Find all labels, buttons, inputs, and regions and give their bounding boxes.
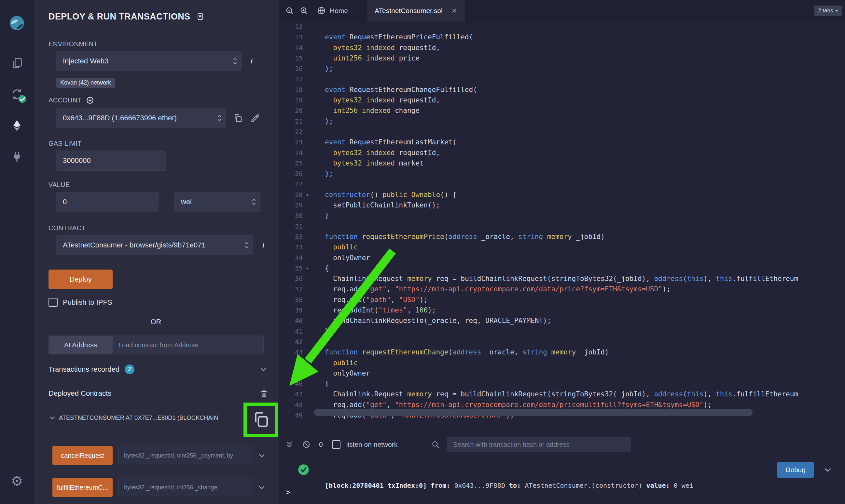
at-address-button[interactable]: At Address	[49, 336, 113, 355]
chevron-down-icon[interactable]	[258, 484, 265, 491]
settings-gear-icon[interactable]: ⚙	[10, 474, 24, 488]
deploy-button[interactable]: Deploy	[49, 270, 113, 289]
line-number: 23	[279, 137, 303, 147]
gas-limit-input[interactable]	[56, 150, 166, 171]
or-divider: OR	[49, 318, 263, 326]
line-number: 26	[279, 168, 303, 179]
chevron-down-icon[interactable]	[824, 466, 832, 474]
chevron-down-icon[interactable]	[49, 415, 56, 421]
contract-method-row: fulfillEthereumC...bytes32 _requestId, i…	[52, 477, 279, 498]
network-badge: Kovan (42) network	[56, 78, 115, 88]
code-line-44: 44 public	[279, 358, 845, 368]
line-number: 21	[279, 116, 303, 126]
code-line-23: 23event RequestEthereumLastMarket(	[279, 137, 845, 147]
horizontal-scrollbar[interactable]	[314, 409, 753, 416]
at-address-input[interactable]	[113, 336, 264, 355]
add-account-plus-icon[interactable]	[86, 96, 94, 104]
code-text: req.add("get", "https://min-api.cryptoco…	[325, 400, 711, 410]
environment-select[interactable]: Injected Web3	[56, 51, 242, 71]
clear-console-icon[interactable]	[302, 440, 311, 449]
zoom-in-icon[interactable]	[299, 6, 309, 15]
chevron-down-icon[interactable]	[259, 365, 267, 373]
method-button-cancelrequest[interactable]: cancelRequest	[52, 446, 113, 465]
compile-success-badge	[19, 95, 26, 103]
account-label: ACCOUNT	[49, 96, 81, 104]
method-button-fulfillethereumc[interactable]: fulfillEthereumC...	[52, 478, 113, 497]
code-text: {	[325, 378, 329, 389]
terminal-search-input[interactable]	[447, 437, 631, 452]
code-text: Chainlink.Request memory req = buildChai…	[325, 273, 798, 284]
environment-value: Injected Web3	[63, 57, 108, 65]
remix-logo-icon[interactable]	[9, 15, 25, 31]
code-line-33: 33 public	[279, 242, 845, 252]
zoom-out-icon[interactable]	[285, 6, 294, 15]
code-line-15: 15 uint256 indexed price	[279, 53, 845, 64]
chevron-down-icon[interactable]	[258, 452, 265, 460]
code-text: onlyOwner	[325, 253, 370, 263]
pending-tx-count: 0	[319, 440, 323, 448]
deployed-contract-header[interactable]: ATESTNETCONSUMER AT 0X7E7...E80D1 (BLOCK…	[49, 413, 241, 423]
solidity-compiler-icon[interactable]	[10, 87, 24, 102]
code-line-31: 31	[279, 221, 845, 232]
contract-select[interactable]: ATestnetConsumer - browser/gists/9b71e07…	[56, 235, 253, 255]
docs-icon[interactable]	[196, 13, 204, 20]
code-text: uint256 indexed price	[325, 53, 419, 64]
code-text: );	[325, 168, 333, 179]
transaction-log-entry[interactable]: [block:20780401 txIndex:0] from: 0x643..…	[279, 461, 845, 483]
copy-contract-address-icon[interactable]	[252, 410, 270, 429]
environment-info-icon[interactable]: i	[251, 57, 253, 65]
tab-home-label: Home	[330, 7, 348, 15]
code-line-12: 12	[279, 21, 845, 32]
code-text: req.add("get", "https://min-api.cryptoco…	[325, 284, 671, 294]
trash-icon[interactable]	[259, 389, 269, 398]
code-line-32: 32function requestEthereumPrice(address …	[279, 232, 845, 242]
code-line-47: 47 Chainlink.Request memory req = buildC…	[279, 389, 845, 399]
close-tab-icon[interactable]: ×	[452, 6, 457, 15]
account-select[interactable]: 0x643...9F88D (1.666673996 ether)	[56, 108, 226, 128]
contract-value: ATestnetConsumer - browser/gists/9b71e07…	[63, 241, 206, 249]
copy-account-icon[interactable]	[233, 113, 243, 123]
deploy-run-icon[interactable]	[10, 119, 24, 133]
publish-ipfs-checkbox[interactable]	[49, 298, 58, 307]
code-text: bytes32 indexed requestId,	[325, 42, 440, 53]
code-line-22: 22	[279, 126, 845, 137]
account-label-row: ACCOUNT	[49, 95, 279, 105]
method-args-input[interactable]: bytes32 _requestId, int256 _change	[119, 478, 253, 497]
code-line-13: 13event RequestEthereumPriceFulfilled(	[279, 32, 845, 42]
transaction-log-text: [block:20780401 txIndex:0] from: 0x643..…	[325, 461, 693, 504]
debug-button[interactable]: Debug	[777, 462, 814, 478]
code-line-16: 16);	[279, 64, 845, 74]
contract-label: CONTRACT	[49, 224, 279, 232]
tabs-count-dropdown[interactable]: 2 tabs ▾	[814, 5, 842, 16]
contract-info-icon[interactable]: i	[262, 241, 264, 249]
code-line-43: 43function requestEthereumChange(address…	[279, 347, 845, 357]
plugin-manager-icon[interactable]	[10, 149, 24, 164]
expand-terminal-icon[interactable]	[285, 440, 294, 449]
file-explorer-icon[interactable]	[10, 56, 24, 70]
listen-network-checkbox[interactable]	[332, 440, 341, 449]
code-text: function requestEthereumPrice(address _o…	[325, 232, 605, 242]
select-stepper-icon	[232, 57, 238, 66]
code-text: {	[325, 263, 329, 273]
value-input[interactable]	[56, 192, 158, 212]
line-number: 15	[279, 53, 303, 64]
code-editor[interactable]: 1213event RequestEthereumPriceFulfilled(…	[279, 21, 845, 430]
tab-home[interactable]: Home	[317, 6, 348, 15]
code-line-40: 40 sendChainlinkRequestTo(_oracle, req, …	[279, 316, 845, 326]
code-line-20: 20 int256 indexed change	[279, 105, 845, 116]
edit-account-pencil-icon[interactable]	[250, 113, 260, 123]
line-number: 39	[279, 305, 303, 316]
code-text: setPublicChainlinkToken();	[325, 200, 440, 210]
code-line-17: 17	[279, 74, 845, 84]
tab-active-file[interactable]: ATestnetConsumer.sol ×	[367, 0, 465, 21]
terminal: 0 listen on network [block:20780401 txIn…	[279, 430, 845, 504]
line-number: 45	[279, 368, 303, 378]
code-text: req.addInt("times", 100);	[325, 305, 436, 316]
transactions-count-badge: 2	[125, 364, 135, 374]
deploy-run-panel: DEPLOY & RUN TRANSACTIONS ENVIRONMENT In…	[34, 0, 279, 504]
method-args-input[interactable]: bytes32 _requestId, uint256 _payment, by	[119, 446, 253, 465]
line-number: 42	[279, 337, 303, 347]
code-line-41: 41}	[279, 326, 845, 337]
value-unit-select[interactable]: wei	[174, 192, 260, 212]
editor-region: Home ATestnetConsumer.sol × 2 tabs ▾ 121…	[279, 0, 845, 504]
